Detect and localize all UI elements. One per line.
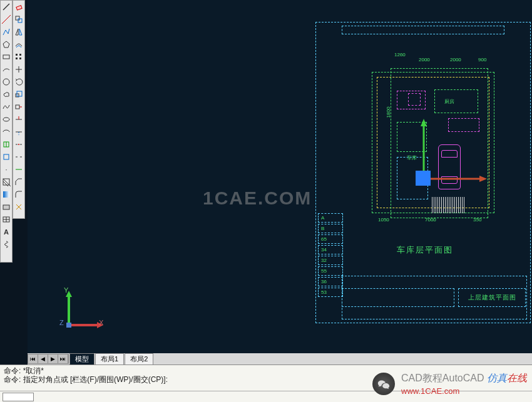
svg-rect-18	[16, 16, 19, 20]
model-space-canvas[interactable]: 1CAE.COM X Y Z	[28, 0, 532, 353]
y-axis-arrow[interactable]	[421, 119, 427, 175]
tab-last[interactable]: ⏭	[58, 354, 68, 363]
tab-layout2[interactable]: 布局2	[125, 353, 153, 364]
break-tool[interactable]	[13, 151, 24, 163]
svg-point-36	[18, 144, 19, 145]
hatch-pattern	[432, 197, 464, 213]
offset-tool[interactable]	[13, 39, 24, 50]
arc-tool[interactable]	[1, 64, 12, 75]
x-axis-arrow[interactable]	[431, 175, 487, 181]
layout-tabs: ⏮ ◀ ▶ ⏭ 模型 布局1 布局2	[28, 353, 532, 364]
svg-marker-46	[421, 119, 427, 126]
mirror-tool[interactable]	[13, 26, 24, 38]
table-tool[interactable]	[1, 214, 12, 225]
region-tool[interactable]	[1, 201, 12, 213]
svg-rect-17	[16, 6, 22, 10]
svg-rect-19	[18, 19, 22, 23]
svg-rect-12	[3, 191, 9, 198]
spline-tool[interactable]	[1, 101, 12, 113]
chamfer-tool[interactable]	[13, 176, 24, 188]
svg-rect-3	[3, 55, 9, 59]
wechat-icon	[372, 373, 395, 395]
drawing-title: 车库层平面图	[397, 244, 453, 256]
join-tool[interactable]	[13, 164, 24, 175]
array-tool[interactable]	[13, 51, 24, 63]
tab-prev[interactable]: ◀	[38, 354, 48, 363]
helix-tool[interactable]	[1, 239, 12, 250]
fillet-tool[interactable]	[13, 189, 24, 200]
extend-tool[interactable]	[13, 126, 24, 138]
explode-tool[interactable]	[13, 201, 24, 213]
command-input[interactable]	[3, 393, 34, 401]
svg-rect-8	[4, 154, 9, 159]
drawing-content: 1260 2000 2000 900 1800 1050 7000 350 厨房…	[315, 22, 532, 324]
footer-url: www.1CAE.com	[401, 386, 527, 396]
svg-rect-21	[19, 54, 21, 56]
watermark-text: 1CAE.COM	[203, 188, 312, 209]
tab-next[interactable]: ▶	[48, 354, 58, 363]
polygon-tool[interactable]	[1, 39, 12, 50]
footer-branding: CAD教程AutoCAD 仿真在线 www.1CAE.com	[372, 372, 527, 396]
svg-line-1	[2, 15, 11, 24]
tab-model[interactable]: 模型	[69, 353, 95, 364]
rectangle-tool[interactable]	[1, 51, 12, 63]
svg-line-10	[3, 181, 8, 186]
move-tool[interactable]	[13, 64, 24, 75]
gradient-tool[interactable]	[1, 189, 12, 200]
trim-tool[interactable]	[13, 114, 24, 125]
make-block-tool[interactable]	[1, 151, 12, 163]
polyline-tool[interactable]	[1, 26, 12, 38]
tab-layout1[interactable]: 布局1	[95, 353, 124, 364]
svg-rect-13	[3, 205, 9, 209]
footer-brand: CAD教程AutoCAD 仿真在线	[401, 372, 527, 385]
xline-tool[interactable]	[1, 14, 12, 25]
copy-tool[interactable]	[13, 14, 24, 25]
circle-tool[interactable]	[1, 76, 12, 88]
scale-tool[interactable]	[13, 89, 24, 100]
svg-rect-23	[19, 58, 21, 59]
break-point-tool[interactable]	[13, 139, 24, 150]
svg-point-4	[3, 79, 9, 85]
ellipse-tool[interactable]	[1, 114, 12, 125]
car-symbol	[438, 144, 461, 189]
point-tool[interactable]: ·	[1, 164, 12, 175]
svg-point-5	[3, 118, 9, 121]
revcloud-tool[interactable]	[1, 89, 12, 100]
draw-toolbar: · A	[0, 0, 13, 263]
svg-marker-2	[3, 41, 9, 48]
svg-rect-22	[16, 58, 18, 59]
svg-rect-44	[66, 323, 71, 328]
insert-block-tool[interactable]	[1, 139, 12, 150]
line-tool[interactable]	[1, 1, 12, 13]
stretch-tool[interactable]	[13, 101, 24, 113]
svg-rect-28	[16, 105, 19, 109]
mtext-tool[interactable]: A	[1, 226, 12, 238]
svg-rect-20	[16, 54, 18, 56]
ucs-icon: X Y Z	[56, 275, 119, 338]
hatch-tool[interactable]	[1, 176, 12, 188]
tab-first[interactable]: ⏮	[28, 354, 38, 363]
modify-toolbar	[13, 0, 25, 219]
ellipse-arc-tool[interactable]	[1, 126, 12, 138]
rotate-tool[interactable]	[13, 76, 24, 88]
erase-tool[interactable]	[13, 1, 24, 13]
selection-grip[interactable]	[416, 171, 431, 186]
svg-line-0	[3, 4, 9, 10]
svg-marker-48	[479, 176, 487, 182]
